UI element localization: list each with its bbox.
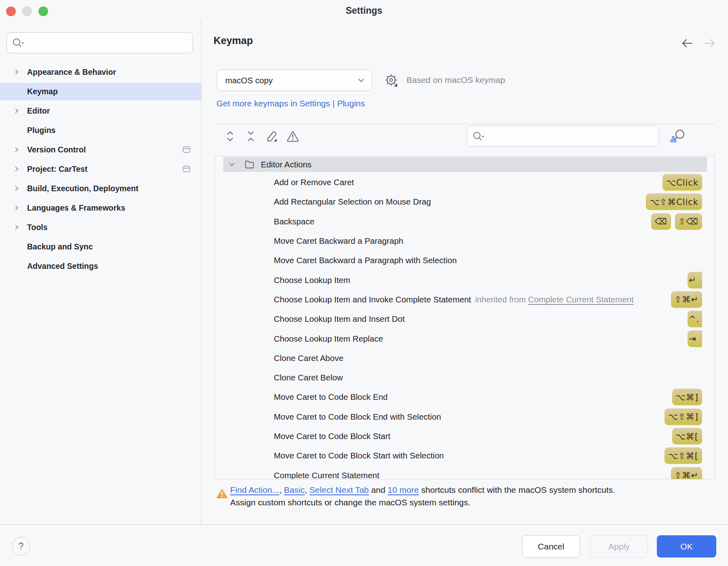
- conflict-link-find-action[interactable]: Find Action...: [230, 485, 279, 494]
- search-icon: [12, 37, 24, 49]
- get-more-keymaps-link[interactable]: Get more keymaps in Settings | Plugins: [216, 99, 365, 108]
- action-row-move-caret-to-code-block-start-with-selection[interactable]: Move Caret to Code Block Start with Sele…: [215, 446, 715, 465]
- action-label: Choose Lookup Item Replace: [274, 334, 383, 344]
- action-row-move-caret-to-code-block-end-with-selection[interactable]: Move Caret to Code Block End with Select…: [215, 407, 715, 427]
- conflict-link-basic[interactable]: Basic: [284, 485, 305, 494]
- chevron-right-icon[interactable]: [14, 186, 20, 192]
- action-row-choose-lookup-item-and-insert-dot[interactable]: Choose Lookup Item and Insert Dot^.: [215, 309, 715, 329]
- back-arrow-icon[interactable]: [680, 37, 694, 49]
- conflict-link-select-next-tab[interactable]: Select Next Tab: [309, 485, 369, 494]
- shortcut-search-input[interactable]: [487, 131, 654, 142]
- chevron-down-icon[interactable]: [228, 161, 235, 168]
- shortcut-badge: ⌥⌘[: [672, 428, 702, 445]
- action-row-move-caret-to-code-block-end[interactable]: Move Caret to Code Block End⌥⌘]: [215, 387, 715, 407]
- shortcut-badges: ⌫⇧⌫: [651, 213, 702, 230]
- action-row-backspace[interactable]: Backspace⌫⇧⌫: [215, 212, 715, 231]
- help-button[interactable]: ?: [12, 537, 30, 555]
- action-label: Move Caret Backward a Paragraph: [274, 236, 403, 246]
- action-row-clone-caret-below[interactable]: Clone Caret Below: [215, 368, 715, 387]
- action-label: Clone Caret Above: [274, 353, 343, 363]
- sidebar-item-plugins[interactable]: Plugins: [0, 120, 201, 140]
- sidebar-item-editor[interactable]: Editor: [0, 101, 201, 120]
- action-label: Move Caret to Code Block Start: [274, 431, 390, 441]
- tree-group-label: Editor Actions: [261, 160, 311, 169]
- action-row-add-rectangular-selection-on-mouse-drag[interactable]: Add Rectangular Selection on Mouse Drag⌥…: [215, 192, 715, 211]
- sidebar-item-label: Project: CarTest: [27, 165, 87, 174]
- edit-pencil-icon: [265, 130, 278, 143]
- inherited-action-link[interactable]: Complete Current Statement: [528, 295, 634, 304]
- action-row-choose-lookup-item[interactable]: Choose Lookup Item↵: [215, 270, 715, 289]
- chevron-right-icon[interactable]: [14, 147, 20, 153]
- settings-window: { "window": { "title": "Settings" }, "si…: [0, 0, 728, 566]
- sidebar-item-advanced-settings[interactable]: Advanced Settings: [0, 256, 201, 276]
- keymap-scheme-select[interactable]: macOS copy: [217, 70, 372, 91]
- tree-group-editor-actions[interactable]: Editor Actions: [223, 157, 707, 172]
- sidebar-item-label: Version Control: [27, 145, 86, 154]
- sidebar-item-label: Plugins: [27, 126, 55, 135]
- chevron-right-icon[interactable]: [14, 166, 20, 172]
- action-label: Move Caret Backward a Paragraph with Sel…: [274, 256, 457, 265]
- settings-search-input[interactable]: [27, 38, 188, 48]
- shortcut-badge: ⇥: [688, 330, 702, 347]
- shortcut-badges: ↵: [688, 272, 702, 288]
- action-label: Move Caret to Code Block End with Select…: [274, 412, 441, 422]
- sidebar-item-tools[interactable]: Tools: [0, 218, 201, 237]
- action-label: Clone Caret Below: [274, 373, 343, 382]
- collapse-all-button[interactable]: [245, 130, 257, 142]
- conflict-text: shortcuts conflict with the macOS system…: [419, 485, 616, 494]
- folder-icon: [244, 160, 255, 169]
- edit-shortcut-button[interactable]: [266, 130, 278, 142]
- chevron-right-icon[interactable]: [14, 205, 20, 211]
- action-row-move-caret-backward-a-paragraph-with-selection[interactable]: Move Caret Backward a Paragraph with Sel…: [215, 251, 715, 270]
- sidebar-item-label: Build, Execution, Deployment: [27, 184, 138, 193]
- keymap-actions-tree: Editor Actions Add or Remove Caret⌥Click…: [215, 156, 715, 479]
- ok-button[interactable]: OK: [657, 535, 716, 558]
- sidebar-item-label: Languages & Frameworks: [27, 203, 125, 213]
- shortcut-search-field[interactable]: [467, 126, 659, 147]
- chevron-right-icon[interactable]: [14, 108, 20, 114]
- sidebar-item-build-execution-deployment[interactable]: Build, Execution, Deployment: [0, 179, 201, 198]
- forward-arrow-icon[interactable]: [703, 37, 717, 49]
- conflict-link-10-more[interactable]: 10 more: [388, 485, 419, 494]
- window-title: Settings: [0, 5, 728, 16]
- action-row-add-or-remove-caret[interactable]: Add or Remove Caret⌥Click: [215, 173, 715, 192]
- sidebar-item-project-cartest[interactable]: Project: CarTest: [0, 159, 201, 179]
- action-row-move-caret-backward-a-paragraph[interactable]: Move Caret Backward a Paragraph: [215, 231, 715, 251]
- action-label: Choose Lookup Item and Insert Dot: [274, 314, 405, 324]
- based-on-label: Based on macOS keymap: [406, 75, 505, 85]
- toolbar-divider: [215, 124, 715, 124]
- collapse-all-icon: [245, 130, 256, 142]
- action-label: Move Caret to Code Block End: [274, 392, 387, 402]
- warning-icon: [216, 488, 228, 499]
- tree-rows: Add or Remove Caret⌥ClickAdd Rectangular…: [215, 173, 715, 479]
- action-label: Backspace: [274, 217, 314, 226]
- apply-button[interactable]: Apply: [590, 535, 648, 558]
- conflict-text: and: [369, 485, 388, 494]
- help-question-icon: ?: [19, 541, 24, 552]
- sidebar-item-version-control[interactable]: Version Control: [0, 140, 201, 159]
- sidebar-item-appearance-behavior[interactable]: Appearance & Behavior: [0, 62, 201, 82]
- settings-search-field[interactable]: [6, 32, 193, 53]
- sidebar-item-languages-frameworks[interactable]: Languages & Frameworks: [0, 198, 201, 218]
- action-row-clone-caret-above[interactable]: Clone Caret Above: [215, 348, 715, 368]
- action-row-complete-current-statement[interactable]: Complete Current Statement⇧⌘↵: [215, 465, 715, 479]
- cancel-button[interactable]: Cancel: [522, 535, 580, 558]
- conflict-line1: Find Action..., Basic, Select Next Tab a…: [230, 484, 711, 496]
- action-row-move-caret-to-code-block-start[interactable]: Move Caret to Code Block Start⌥⌘[: [215, 427, 715, 446]
- chevron-right-icon[interactable]: [14, 69, 20, 75]
- expand-all-button[interactable]: [224, 130, 236, 142]
- sidebar-item-label: Tools: [27, 223, 48, 232]
- shortcut-badge: ^.: [688, 311, 702, 327]
- shortcut-badge: ↵: [688, 272, 702, 288]
- find-actions-by-shortcut-button[interactable]: [670, 128, 687, 145]
- sidebar-item-label: Advanced Settings: [27, 262, 98, 271]
- show-conflicts-button[interactable]: [287, 130, 299, 142]
- sidebar-item-backup-and-sync[interactable]: Backup and Sync: [0, 237, 201, 256]
- sidebar-item-keymap[interactable]: Keymap: [0, 82, 201, 101]
- keymap-options-button[interactable]: [383, 72, 400, 90]
- action-row-choose-lookup-item-and-invoke-complete-statement[interactable]: Choose Lookup Item and Invoke Complete S…: [215, 290, 715, 309]
- sidebar-item-label: Keymap: [27, 87, 58, 96]
- chevron-right-icon[interactable]: [14, 224, 20, 230]
- shortcut-badges: ⌥⌘]: [672, 389, 702, 405]
- action-row-choose-lookup-item-replace[interactable]: Choose Lookup Item Replace⇥: [215, 329, 715, 348]
